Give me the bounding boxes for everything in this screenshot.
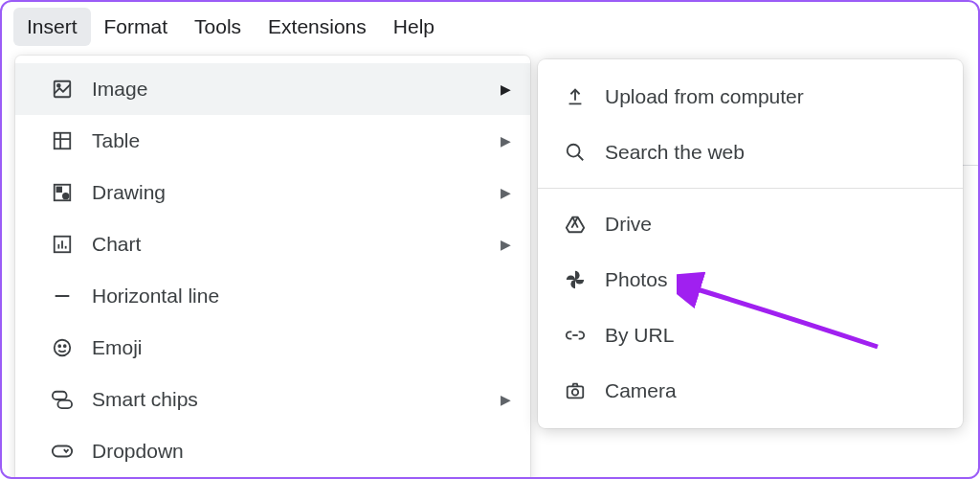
submenu-arrow-icon: ▶ (501, 133, 511, 148)
menu-item-label: Drawing (92, 181, 501, 204)
svg-point-21 (568, 145, 580, 157)
submenu-divider (538, 188, 963, 189)
svg-rect-17 (57, 400, 72, 408)
submenu-item-label: Camera (605, 379, 944, 402)
menu-item-label: Horizontal line (92, 285, 511, 308)
svg-point-15 (64, 345, 66, 347)
chart-icon (50, 232, 75, 257)
svg-point-1 (57, 84, 60, 87)
submenu-item-label: Search the web (605, 141, 944, 164)
svg-point-7 (63, 194, 69, 199)
svg-rect-18 (53, 445, 72, 456)
svg-rect-2 (55, 133, 71, 149)
menu-item-label: Chart (92, 233, 501, 256)
svg-rect-27 (568, 386, 584, 398)
table-icon (50, 128, 75, 153)
submenu-item-upload[interactable]: Upload from computer (538, 69, 963, 125)
submenu-item-label: By URL (605, 324, 944, 347)
svg-rect-6 (57, 188, 62, 193)
insert-dropdown: Image ▶ Table ▶ Drawing ▶ Chart ▶ Horizo… (15, 56, 530, 479)
drive-icon (563, 212, 588, 237)
drawing-icon (50, 180, 75, 205)
link-icon (563, 323, 588, 348)
menu-format[interactable]: Format (91, 8, 182, 46)
menu-item-image[interactable]: Image ▶ (15, 63, 530, 115)
image-submenu: Upload from computer Search the web Driv… (538, 59, 963, 428)
submenu-item-search-web[interactable]: Search the web (538, 125, 963, 180)
menu-help[interactable]: Help (380, 8, 448, 46)
menu-tools[interactable]: Tools (181, 8, 255, 46)
menu-extensions[interactable]: Extensions (255, 8, 380, 46)
menubar: Insert Format Tools Extensions Help (2, 2, 978, 52)
menu-item-dropdown[interactable]: Dropdown (15, 425, 530, 477)
smart-chips-icon (50, 387, 75, 412)
submenu-arrow-icon: ▶ (501, 237, 511, 252)
submenu-item-label: Upload from computer (605, 85, 944, 108)
submenu-item-by-url[interactable]: By URL (538, 308, 963, 363)
menu-item-label: Dropdown (92, 440, 511, 463)
upload-icon (563, 84, 588, 109)
submenu-arrow-icon: ▶ (501, 81, 511, 97)
dropdown-icon (50, 439, 75, 464)
svg-rect-0 (55, 81, 71, 98)
menu-item-chart[interactable]: Chart ▶ (15, 218, 530, 270)
menu-item-label: Smart chips (92, 388, 501, 411)
camera-icon (563, 378, 588, 403)
search-icon (563, 140, 588, 165)
menu-item-table[interactable]: Table ▶ (15, 115, 530, 167)
menu-item-label: Image (92, 78, 501, 101)
document-edge-line (961, 165, 978, 166)
emoji-icon (50, 335, 75, 360)
submenu-item-label: Photos (605, 268, 944, 291)
svg-point-28 (572, 389, 578, 395)
menu-item-drawing[interactable]: Drawing ▶ (15, 167, 530, 218)
submenu-item-drive[interactable]: Drive (538, 196, 963, 252)
horizontal-line-icon (50, 284, 75, 308)
submenu-item-camera[interactable]: Camera (538, 363, 963, 419)
menu-insert[interactable]: Insert (13, 8, 91, 46)
image-icon (50, 77, 75, 102)
menu-item-smart-chips[interactable]: Smart chips ▶ (15, 374, 530, 425)
submenu-arrow-icon: ▶ (501, 392, 511, 407)
submenu-item-photos[interactable]: Photos (538, 252, 963, 308)
menu-item-label: Emoji (92, 336, 511, 359)
submenu-arrow-icon: ▶ (501, 185, 511, 200)
photos-icon (563, 267, 588, 292)
menu-item-horizontal-line[interactable]: Horizontal line (15, 270, 530, 322)
svg-line-22 (578, 155, 584, 161)
submenu-item-label: Drive (605, 213, 944, 236)
menu-item-emoji[interactable]: Emoji (15, 322, 530, 374)
svg-rect-16 (53, 392, 67, 399)
svg-point-14 (58, 345, 60, 347)
menu-item-label: Table (92, 129, 501, 152)
svg-point-13 (55, 340, 71, 356)
